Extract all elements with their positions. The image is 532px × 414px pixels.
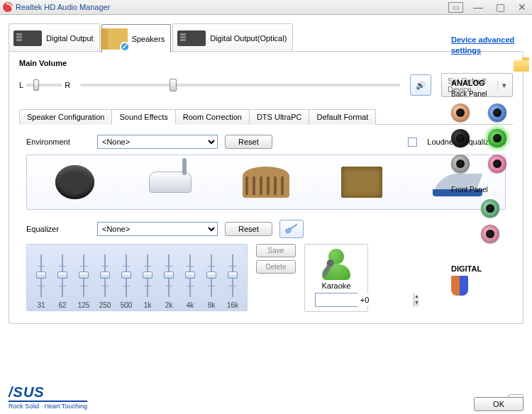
jack-blue[interactable] <box>488 103 506 122</box>
eq-band-label: 4k <box>183 301 197 309</box>
eq-band-label: 2k <box>162 301 176 309</box>
balance-slider[interactable]: L R <box>19 81 70 89</box>
karaoke-icon <box>319 249 353 280</box>
equalizer-sliders: 31621252505001k2k4k8k16k <box>26 244 248 311</box>
title-bar: Realtek HD Audio Manager ▭ — ▢ ✕ <box>0 0 532 15</box>
tab-sound-effects[interactable]: Sound Effects <box>111 109 175 125</box>
asus-tagline: Rock Solid · Heart Touching <box>9 401 87 410</box>
guitar-icon <box>284 223 299 235</box>
speakers-icon <box>106 28 128 50</box>
folder-icon[interactable] <box>514 60 529 72</box>
equalizer-row: Equalizer <None> Reset <box>26 220 506 238</box>
karaoke-spinner[interactable]: ▲▼ <box>315 293 358 307</box>
digital-jack-icon[interactable] <box>451 276 468 296</box>
app-icon <box>3 2 13 12</box>
eq-band-label: 250 <box>98 301 112 309</box>
volume-slider[interactable] <box>80 84 400 86</box>
environment-combo[interactable]: <None> <box>97 135 218 149</box>
chevron-down-icon[interactable]: ▼ <box>414 300 419 306</box>
window-title: Realtek HD Audio Manager <box>16 3 448 11</box>
equalizer-buttons: Save Delete <box>256 244 296 274</box>
tab-digital-output[interactable]: Digital Output <box>9 23 100 52</box>
equalizer-graphic-toggle[interactable] <box>279 220 304 238</box>
main-volume-label: Main Volume <box>19 59 513 67</box>
tab-dts-ultrapc[interactable]: DTS UltraPC <box>249 109 310 125</box>
preset-icon <box>55 165 94 199</box>
karaoke-value[interactable] <box>316 293 414 306</box>
window-button-extra-icon[interactable]: ▭ <box>448 2 463 13</box>
sub-tabs: Speaker Configuration Sound Effects Room… <box>19 108 513 125</box>
chevron-up-icon[interactable]: ▲ <box>414 293 419 300</box>
loudness-checkbox[interactable] <box>408 138 417 147</box>
right-sidebar: Device advanced settings ANALOG Back Pan… <box>451 35 529 296</box>
eq-band-8k[interactable] <box>204 254 218 300</box>
jack-grey[interactable] <box>451 155 470 173</box>
tab-speakers[interactable]: Speakers <box>101 24 171 52</box>
karaoke-label: Karaoke <box>315 281 358 290</box>
preset-icon <box>243 167 289 198</box>
digital-heading: DIGITAL <box>451 264 529 273</box>
environment-reset-button[interactable]: Reset <box>225 135 272 149</box>
eq-band-31[interactable] <box>34 254 48 300</box>
equalizer-delete-button[interactable]: Delete <box>256 260 296 274</box>
sound-effects-content: Environment <None> Reset Loudness Equali… <box>19 125 513 316</box>
equalizer-label: Equalizer <box>26 225 90 233</box>
jack-front-green[interactable] <box>481 199 499 218</box>
mute-button[interactable]: 🔊 <box>410 74 431 96</box>
environment-presets <box>26 155 506 210</box>
jack-front-pink[interactable] <box>481 225 499 243</box>
bottom-bar: /SUS Rock Solid · Heart Touching i <box>0 380 532 414</box>
check-icon <box>120 42 130 52</box>
eq-band-label: 500 <box>119 301 133 309</box>
tab-room-correction[interactable]: Room Correction <box>175 109 250 125</box>
tab-label: Digital Output(Optical) <box>210 34 287 43</box>
equalizer-combo[interactable]: <None> <box>97 222 218 236</box>
eq-band-4k[interactable] <box>183 254 197 300</box>
preset-padded-room[interactable] <box>46 161 103 203</box>
eq-band-250[interactable] <box>98 254 112 300</box>
tab-label: Speakers <box>132 35 165 43</box>
digital-output-icon <box>13 30 42 46</box>
analog-heading: ANALOG <box>451 79 529 87</box>
main-panel: Main Volume L R 🔊 Set Default Device ▾ S… <box>9 51 523 324</box>
device-advanced-settings-link[interactable]: Device advanced settings <box>451 35 529 56</box>
karaoke-panel: Karaoke ▲▼ <box>304 244 368 312</box>
jack-green-active[interactable] <box>488 129 506 147</box>
equalizer-reset-button[interactable]: Reset <box>225 222 272 236</box>
eq-band-62[interactable] <box>55 254 70 300</box>
preset-bathroom[interactable] <box>142 161 199 203</box>
jack-orange[interactable] <box>451 103 470 122</box>
front-panel-jacks <box>451 199 529 243</box>
eq-band-label: 125 <box>77 301 91 309</box>
tab-default-format[interactable]: Default Format <box>309 109 376 125</box>
eq-band-label: 16k <box>226 301 240 309</box>
eq-band-125[interactable] <box>77 254 91 300</box>
main-volume-section: Main Volume L R 🔊 Set Default Device ▾ <box>19 59 513 106</box>
client-area: Digital Output Speakers Digital Output(O… <box>0 15 532 414</box>
ok-button[interactable]: OK <box>474 397 523 411</box>
eq-band-2k[interactable] <box>162 254 176 300</box>
back-panel-jacks <box>451 103 529 173</box>
eq-band-500[interactable] <box>119 254 133 300</box>
eq-band-16k[interactable] <box>226 254 240 300</box>
environment-row: Environment <None> Reset Loudness Equali… <box>26 135 506 149</box>
close-icon[interactable]: ✕ <box>515 1 529 13</box>
eq-band-label: 31 <box>34 301 48 309</box>
eq-band-label: 8k <box>204 301 218 309</box>
speaker-icon: 🔊 <box>416 81 426 90</box>
eq-band-1k[interactable] <box>140 254 155 300</box>
preset-icon <box>149 172 192 193</box>
maximize-icon[interactable]: ▢ <box>493 1 508 13</box>
preset-arena[interactable] <box>238 161 294 203</box>
tab-digital-output-optical[interactable]: Digital Output(Optical) <box>172 23 293 52</box>
preset-stone-room[interactable] <box>333 161 390 203</box>
jack-pink[interactable] <box>488 155 506 173</box>
eq-band-label: 62 <box>55 301 70 309</box>
minimize-icon[interactable]: — <box>470 1 486 13</box>
jack-black[interactable] <box>451 129 470 147</box>
front-panel-label: Front Panel <box>451 186 529 194</box>
tab-speaker-configuration[interactable]: Speaker Configuration <box>19 109 112 125</box>
back-panel-label: Back Panel <box>451 90 529 98</box>
balance-left: L <box>19 81 23 89</box>
equalizer-save-button[interactable]: Save <box>256 244 296 257</box>
